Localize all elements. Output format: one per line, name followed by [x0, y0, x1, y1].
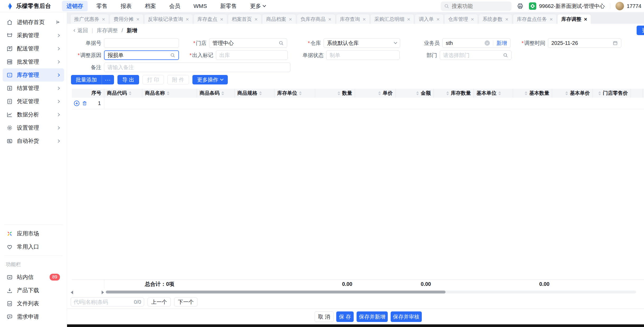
top-nav-archive[interactable]: 档案 [140, 1, 160, 11]
sidebar-item-requests[interactable]: 需求申请 [3, 310, 64, 323]
finder-input-field[interactable] [74, 299, 134, 305]
sidebar-item-inventory[interactable]: 库存管理 [3, 68, 64, 82]
printer-icon[interactable] [517, 3, 524, 10]
calendar-icon[interactable] [613, 40, 618, 46]
sidebar-item-auto-replenish[interactable]: 自动补货 [3, 134, 64, 148]
reason-input[interactable] [104, 50, 179, 60]
batch-add-more-button[interactable]: ··· [102, 75, 114, 84]
close-icon[interactable]: × [136, 16, 139, 22]
close-icon[interactable]: × [505, 16, 508, 22]
top-nav-new-retail[interactable]: 新零售 [216, 1, 241, 11]
sidebar-item-home[interactable]: 进销存首页 [3, 16, 64, 29]
global-search[interactable] [441, 2, 512, 11]
tab-stocktake[interactable]: 库存盘点× [194, 15, 227, 24]
sidebar-item-messages[interactable]: 站内信 89 [3, 271, 64, 284]
scroll-left-icon[interactable] [71, 291, 73, 294]
sidebar-item-wholesale[interactable]: 批发管理 [3, 55, 64, 68]
global-search-input[interactable] [452, 3, 508, 9]
close-icon[interactable]: × [254, 16, 258, 22]
top-nav-more[interactable]: 更多 [245, 1, 270, 11]
tab-promo-coupon[interactable]: 推广优惠券× [71, 15, 108, 24]
add-clerk-link[interactable]: 新增 [496, 40, 507, 47]
scroll-right-icon[interactable] [102, 291, 104, 294]
sidebar-item-delivery[interactable]: 配送管理 [3, 42, 64, 55]
add-row-icon[interactable] [74, 101, 79, 106]
more-button-clipped[interactable]: 更多 [637, 26, 644, 35]
search-icon[interactable] [503, 53, 508, 58]
save-button[interactable]: 保 存 [336, 311, 354, 322]
save-and-new-button[interactable]: 保存并新增 [357, 311, 388, 322]
column-header-base-price[interactable]: 基本单价 [552, 89, 593, 98]
finder-input[interactable]: 0/0 [71, 297, 144, 306]
save-and-audit-button[interactable]: 保存并审核 [391, 311, 422, 322]
close-icon[interactable]: × [328, 16, 332, 22]
sidebar-item-analytics[interactable]: 数据分析 [3, 108, 64, 121]
current-store[interactable]: 99662-新界面测试-管理中心 [529, 2, 605, 10]
top-nav-member[interactable]: 会员 [165, 1, 185, 11]
warehouse-select[interactable] [324, 38, 400, 48]
store-input-field[interactable] [212, 40, 277, 46]
column-header-base-unit[interactable]: 基本单位 [474, 89, 513, 98]
doc-no-input-field[interactable] [107, 40, 176, 46]
close-icon[interactable]: × [289, 16, 292, 22]
column-header-spec[interactable]: 商品规格 [235, 89, 274, 98]
collapse-sidebar-icon[interactable] [55, 19, 61, 25]
sidebar-item-settlement[interactable]: $ 结算管理 [3, 82, 64, 95]
store-input[interactable] [209, 38, 287, 48]
dept-input-field[interactable] [443, 52, 501, 58]
remark-input-field[interactable] [107, 64, 287, 70]
back-button[interactable]: ‹返回 [73, 27, 88, 34]
close-icon[interactable]: × [363, 16, 366, 22]
tab-purchase-summary[interactable]: 采购汇总明细× [371, 15, 414, 24]
column-header-product-name[interactable]: 商品名称 [142, 89, 197, 98]
column-header-barcode[interactable]: 商品条码 [197, 89, 235, 98]
close-icon[interactable]: × [186, 16, 189, 22]
top-nav-jxc[interactable]: 进销存 [62, 1, 88, 11]
adjust-time-input[interactable] [548, 38, 621, 48]
sidebar-item-voucher[interactable]: 凭证管理 [3, 95, 64, 108]
tab-archive-home[interactable]: 档案首页× [228, 15, 261, 24]
remark-input[interactable] [104, 63, 290, 72]
export-button[interactable]: 导 出 [117, 75, 139, 84]
tab-transfer-in[interactable]: 调入单× [415, 15, 443, 24]
scrollbar-thumb[interactable] [106, 291, 446, 293]
tab-stocktake-task[interactable]: 库存盘点任务× [513, 15, 556, 24]
clear-icon[interactable]: × [485, 40, 490, 46]
adjust-time-input-field[interactable] [551, 40, 611, 46]
clerk-input[interactable]: × 新增 [442, 38, 510, 48]
column-header-qty[interactable]: 数量 [315, 89, 355, 98]
tab-system-params[interactable]: 系统参数× [479, 15, 512, 24]
doc-status-input[interactable] [326, 50, 400, 60]
sidebar-item-files[interactable]: 文件列表 [3, 297, 64, 310]
io-flag-input-field[interactable] [219, 52, 284, 58]
tab-cost-allocation[interactable]: 费用分摊× [110, 15, 143, 24]
close-icon[interactable]: × [102, 16, 105, 22]
close-icon[interactable]: × [436, 16, 439, 22]
close-icon[interactable]: × [407, 16, 410, 22]
tab-product-archive[interactable]: 商品档案× [263, 15, 295, 24]
column-header-price[interactable]: 单价 [355, 89, 396, 98]
user-box[interactable]: 17774 [615, 2, 641, 10]
io-flag-input[interactable] [216, 50, 288, 60]
dept-input[interactable] [440, 50, 512, 60]
close-icon[interactable]: × [584, 16, 587, 22]
search-icon[interactable] [170, 53, 175, 58]
column-header-stock-qty[interactable]: 库存数量 [434, 89, 474, 98]
tab-negative-stock[interactable]: 负库存商品× [297, 15, 335, 24]
top-nav-wms[interactable]: WMS [189, 1, 211, 11]
delete-row-icon[interactable] [82, 101, 87, 106]
next-item-button[interactable]: 下一个 [174, 297, 197, 306]
batch-add-button[interactable]: 批量添加 [71, 75, 102, 84]
column-header-amount[interactable]: 金额 [396, 89, 434, 98]
close-icon[interactable]: × [220, 16, 223, 22]
top-nav-retail[interactable]: 零售 [92, 1, 112, 11]
column-header-store-retail-price[interactable]: 门店零售价 [593, 89, 631, 98]
column-header-base-qty[interactable]: 基本数量 [513, 89, 552, 98]
warehouse-select-value[interactable] [327, 40, 393, 46]
tab-stock-adjustment[interactable]: 库存调整× [558, 15, 590, 24]
doc-no-input[interactable] [104, 38, 179, 48]
tab-warehouse-mgmt[interactable]: 仓库管理× [445, 15, 477, 24]
more-actions-button[interactable]: 更多操作 [192, 75, 228, 84]
sidebar-item-downloads[interactable]: 产品下载 [3, 284, 64, 297]
column-header-product-code[interactable]: 商品代码 [104, 89, 142, 98]
